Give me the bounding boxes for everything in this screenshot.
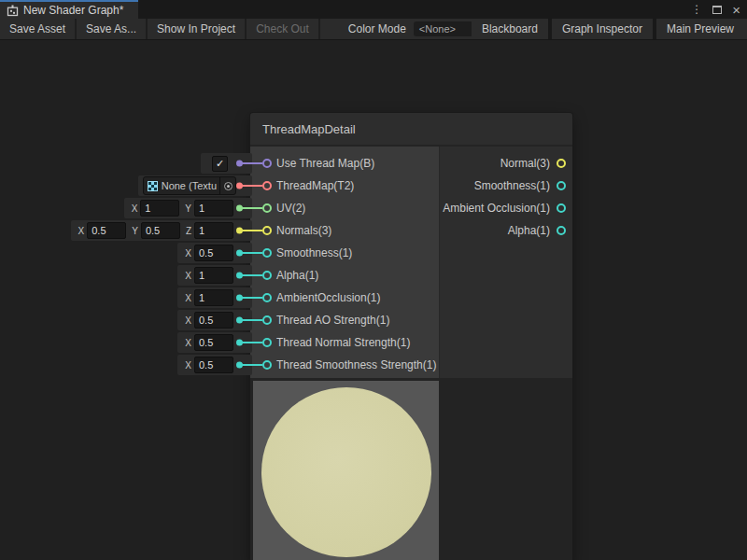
output-row-ambient-occlusion-1: Ambient Occlusion(1) bbox=[440, 197, 572, 219]
input-port-label: AmbientOcclusion(1) bbox=[276, 291, 380, 304]
toolbar-button-blackboard[interactable]: Blackboard bbox=[472, 19, 548, 39]
input-port-icon[interactable] bbox=[262, 248, 272, 258]
texture-thumbnail-icon bbox=[148, 181, 158, 191]
texture-object-field[interactable]: None (Textu bbox=[143, 176, 236, 195]
input-port-label: ThreadMap(T2) bbox=[276, 179, 354, 192]
input-port-label: Normals(3) bbox=[276, 224, 331, 237]
input-port-icon[interactable] bbox=[262, 315, 272, 325]
output-row-smoothness-1: Smoothness(1) bbox=[440, 175, 572, 197]
toolbar-button-graph-inspector[interactable]: Graph Inspector bbox=[552, 19, 653, 39]
input-row-use-thread-map-b: ✓Use Thread Map(B) bbox=[250, 152, 439, 175]
input-row-thread-smoothness-strength-1: X0.5Thread Smoothness Strength(1) bbox=[250, 354, 439, 376]
graph-canvas[interactable]: ThreadMapDetail ✓Use Thread Map(B)None (… bbox=[0, 40, 747, 560]
number-field-z[interactable]: 1 bbox=[194, 222, 233, 239]
checkbox[interactable]: ✓ bbox=[212, 156, 228, 172]
tab-bar: New Shader Graph* ⋮ × bbox=[0, 0, 747, 19]
output-port-label: Smoothness(1) bbox=[474, 179, 550, 192]
axis-label-x: X bbox=[185, 360, 191, 371]
color-mode-label: Color Mode bbox=[348, 22, 406, 35]
output-port-label: Ambient Occlusion(1) bbox=[443, 202, 550, 215]
input-port-icon[interactable] bbox=[262, 181, 272, 190]
input-row-alpha-1: X1Alpha(1) bbox=[250, 264, 439, 287]
number-field-x[interactable]: 1 bbox=[140, 200, 179, 217]
port-connector-wire bbox=[239, 319, 262, 321]
number-field-x[interactable]: 0.5 bbox=[194, 357, 233, 373]
node-input-section: ✓Use Thread Map(B)None (TextuThreadMap(T… bbox=[250, 147, 439, 378]
output-port-icon[interactable] bbox=[557, 203, 566, 213]
toolbar-button-save-asset[interactable]: Save Asset bbox=[0, 19, 77, 39]
toolbar-button-show-in-project[interactable]: Show In Project bbox=[148, 19, 247, 39]
node-body: ✓Use Thread Map(B)None (TextuThreadMap(T… bbox=[250, 147, 572, 378]
vector-widget: X1Y1 bbox=[124, 198, 252, 218]
input-port-label: UV(2) bbox=[276, 202, 305, 215]
input-row-ambientocclusion-1: X1AmbientOcclusion(1) bbox=[250, 287, 439, 309]
input-port-icon[interactable] bbox=[262, 360, 272, 370]
number-field-x[interactable]: 0.5 bbox=[194, 312, 233, 329]
window-menu-icon[interactable]: ⋮ bbox=[691, 4, 702, 15]
port-connector-wire bbox=[239, 297, 262, 299]
object-widget: None (Textu bbox=[138, 175, 252, 196]
output-port-icon[interactable] bbox=[557, 226, 566, 235]
shader-graph-asset-icon bbox=[7, 5, 19, 17]
close-icon[interactable]: × bbox=[732, 3, 740, 17]
port-connector-wire bbox=[239, 207, 262, 209]
axis-label-x: X bbox=[185, 338, 191, 348]
output-row-alpha-1: Alpha(1) bbox=[440, 219, 572, 242]
toolbar-right-group: BlackboardGraph InspectorMain Preview bbox=[472, 19, 744, 39]
output-row-normal-3: Normal(3) bbox=[440, 152, 572, 175]
axis-label-x: X bbox=[132, 203, 138, 214]
axis-label-x: X bbox=[78, 226, 85, 236]
number-field-x[interactable]: 1 bbox=[194, 267, 233, 284]
object-field-value: None (Textu bbox=[162, 180, 217, 191]
input-port-icon[interactable] bbox=[262, 159, 272, 168]
maximize-icon[interactable] bbox=[712, 6, 722, 14]
port-connector-wire bbox=[239, 162, 262, 164]
color-mode-value: <None> bbox=[419, 23, 456, 35]
shader-graph-window: New Shader Graph* ⋮ × Save AssetSave As.… bbox=[0, 0, 747, 560]
number-field-x[interactable]: 0.5 bbox=[194, 245, 233, 261]
vector-widget: X0.5Y0.5Z1 bbox=[71, 220, 252, 241]
port-connector-wire bbox=[239, 274, 262, 276]
node-header[interactable]: ThreadMapDetail bbox=[250, 113, 572, 147]
input-row-normals-3: X0.5Y0.5Z1Normals(3) bbox=[250, 219, 439, 242]
axis-label-x: X bbox=[185, 271, 191, 281]
window-controls: ⋮ × bbox=[691, 0, 747, 19]
input-row-thread-ao-strength-1: X0.5Thread AO Strength(1) bbox=[250, 309, 439, 331]
number-field-y[interactable]: 0.5 bbox=[141, 222, 180, 239]
node-threadmapdetail[interactable]: ThreadMapDetail ✓Use Thread Map(B)None (… bbox=[250, 113, 572, 560]
number-field-x[interactable]: 0.5 bbox=[194, 334, 233, 351]
number-field-x[interactable]: 1 bbox=[194, 289, 233, 306]
input-port-icon[interactable] bbox=[262, 271, 272, 280]
output-port-icon[interactable] bbox=[557, 159, 566, 168]
axis-label-z: Z bbox=[186, 226, 191, 236]
node-output-section: Normal(3)Smoothness(1)Ambient Occlusion(… bbox=[439, 147, 572, 378]
input-port-icon[interactable] bbox=[262, 338, 272, 347]
tab-title: New Shader Graph* bbox=[23, 4, 123, 17]
input-port-label: Use Thread Map(B) bbox=[276, 157, 374, 170]
input-port-icon[interactable] bbox=[262, 203, 272, 213]
input-row-threadmap-t2: None (TextuThreadMap(T2) bbox=[250, 175, 439, 197]
port-connector-wire bbox=[239, 252, 262, 254]
input-port-label: Thread AO Strength(1) bbox=[276, 314, 389, 327]
tab-new-shader-graph[interactable]: New Shader Graph* bbox=[0, 0, 138, 19]
output-port-icon[interactable] bbox=[557, 181, 566, 190]
toolbar-button-main-preview[interactable]: Main Preview bbox=[656, 19, 744, 39]
toolbar-button-save-as[interactable]: Save As... bbox=[77, 19, 148, 39]
input-row-thread-normal-strength-1: X0.5Thread Normal Strength(1) bbox=[250, 331, 439, 354]
number-field-y[interactable]: 1 bbox=[194, 200, 233, 217]
node-preview-section bbox=[250, 378, 572, 560]
input-port-label: Alpha(1) bbox=[276, 269, 318, 282]
output-port-label: Normal(3) bbox=[500, 157, 550, 170]
output-port-label: Alpha(1) bbox=[508, 224, 550, 237]
node-preview-image[interactable] bbox=[253, 381, 439, 560]
number-field-x[interactable]: 0.5 bbox=[87, 222, 126, 239]
input-row-uv-2: X1Y1UV(2) bbox=[250, 197, 439, 219]
port-connector-wire bbox=[239, 230, 262, 231]
axis-label-y: Y bbox=[132, 226, 138, 236]
port-connector-wire bbox=[239, 185, 262, 187]
toolbar-left-group: Save AssetSave As...Show In ProjectCheck… bbox=[0, 19, 320, 39]
input-port-icon[interactable] bbox=[262, 293, 272, 302]
input-port-label: Thread Normal Strength(1) bbox=[276, 336, 410, 349]
input-port-icon[interactable] bbox=[262, 226, 272, 235]
object-picker-button[interactable] bbox=[219, 177, 235, 194]
